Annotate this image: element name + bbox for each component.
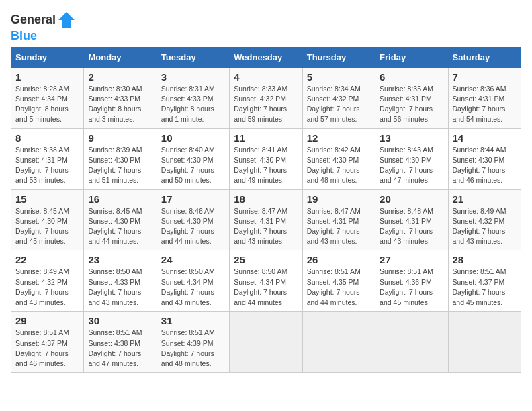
day-info: Sunrise: 8:51 AMSunset: 4:37 PMDaylight:…: [15, 328, 69, 367]
day-info: Sunrise: 8:45 AMSunset: 4:30 PMDaylight:…: [88, 207, 142, 246]
day-info: Sunrise: 8:42 AMSunset: 4:30 PMDaylight:…: [307, 146, 361, 185]
day-number: 11: [234, 132, 298, 144]
column-header-thursday: Thursday: [302, 47, 375, 67]
day-number: 15: [15, 193, 79, 205]
day-number: 22: [15, 254, 79, 265]
day-info: Sunrise: 8:51 AMSunset: 4:35 PMDaylight:…: [307, 267, 361, 306]
column-header-saturday: Saturday: [448, 47, 521, 67]
day-cell: 13Sunrise: 8:43 AMSunset: 4:30 PMDayligh…: [375, 128, 448, 189]
calendar-body: 1Sunrise: 8:28 AMSunset: 4:34 PMDaylight…: [11, 67, 521, 372]
logo-blue-text: Blue: [11, 30, 37, 43]
day-number: 7: [453, 71, 517, 83]
day-number: 2: [88, 71, 152, 83]
day-number: 30: [88, 315, 152, 326]
week-row-2: 8Sunrise: 8:38 AMSunset: 4:31 PMDaylight…: [11, 128, 521, 189]
day-info: Sunrise: 8:46 AMSunset: 4:30 PMDaylight:…: [161, 207, 215, 246]
day-cell: 30Sunrise: 8:51 AMSunset: 4:38 PMDayligh…: [84, 312, 157, 373]
day-cell: 31Sunrise: 8:51 AMSunset: 4:39 PMDayligh…: [157, 312, 229, 373]
page-header: General Blue: [11, 11, 521, 43]
day-number: 31: [161, 315, 225, 326]
day-cell: 24Sunrise: 8:50 AMSunset: 4:34 PMDayligh…: [157, 250, 229, 312]
day-number: 14: [453, 132, 517, 144]
day-cell: 6Sunrise: 8:35 AMSunset: 4:31 PMDaylight…: [375, 67, 448, 128]
day-cell: 10Sunrise: 8:40 AMSunset: 4:30 PMDayligh…: [157, 128, 229, 189]
day-cell: [302, 312, 375, 373]
day-number: 5: [307, 71, 371, 83]
day-info: Sunrise: 8:49 AMSunset: 4:32 PMDaylight:…: [453, 207, 506, 246]
day-info: Sunrise: 8:40 AMSunset: 4:30 PMDaylight:…: [161, 146, 215, 185]
day-info: Sunrise: 8:51 AMSunset: 4:38 PMDaylight:…: [88, 328, 142, 367]
day-info: Sunrise: 8:47 AMSunset: 4:31 PMDaylight:…: [307, 207, 361, 246]
day-cell: 21Sunrise: 8:49 AMSunset: 4:32 PMDayligh…: [448, 189, 521, 250]
day-cell: 22Sunrise: 8:49 AMSunset: 4:32 PMDayligh…: [11, 250, 84, 312]
day-info: Sunrise: 8:44 AMSunset: 4:30 PMDaylight:…: [453, 146, 506, 185]
day-number: 17: [161, 193, 225, 205]
day-number: 26: [307, 254, 371, 265]
day-cell: 17Sunrise: 8:46 AMSunset: 4:30 PMDayligh…: [157, 189, 229, 250]
day-cell: 29Sunrise: 8:51 AMSunset: 4:37 PMDayligh…: [11, 312, 84, 373]
day-number: 10: [161, 132, 225, 144]
day-info: Sunrise: 8:41 AMSunset: 4:30 PMDaylight:…: [234, 146, 287, 185]
day-number: 21: [453, 193, 517, 205]
day-info: Sunrise: 8:51 AMSunset: 4:37 PMDaylight:…: [453, 267, 506, 306]
week-row-4: 22Sunrise: 8:49 AMSunset: 4:32 PMDayligh…: [11, 250, 521, 312]
day-info: Sunrise: 8:51 AMSunset: 4:39 PMDaylight:…: [161, 328, 215, 367]
day-cell: 16Sunrise: 8:45 AMSunset: 4:30 PMDayligh…: [84, 189, 157, 250]
day-number: 4: [234, 71, 298, 83]
day-number: 8: [15, 132, 79, 144]
day-cell: 20Sunrise: 8:48 AMSunset: 4:31 PMDayligh…: [375, 189, 448, 250]
day-number: 24: [161, 254, 225, 265]
day-info: Sunrise: 8:45 AMSunset: 4:30 PMDaylight:…: [15, 207, 69, 246]
day-number: 12: [307, 132, 371, 144]
day-number: 19: [307, 193, 371, 205]
day-info: Sunrise: 8:28 AMSunset: 4:34 PMDaylight:…: [15, 85, 69, 124]
day-info: Sunrise: 8:36 AMSunset: 4:31 PMDaylight:…: [453, 85, 506, 124]
day-number: 25: [234, 254, 298, 265]
week-row-3: 15Sunrise: 8:45 AMSunset: 4:30 PMDayligh…: [11, 189, 521, 250]
day-info: Sunrise: 8:34 AMSunset: 4:32 PMDaylight:…: [307, 85, 361, 124]
day-number: 6: [380, 71, 443, 83]
day-cell: 27Sunrise: 8:51 AMSunset: 4:36 PMDayligh…: [375, 250, 448, 312]
day-info: Sunrise: 8:50 AMSunset: 4:34 PMDaylight:…: [161, 267, 215, 306]
day-number: 29: [15, 315, 79, 326]
svg-marker-0: [58, 12, 75, 28]
column-header-friday: Friday: [375, 47, 448, 67]
day-info: Sunrise: 8:50 AMSunset: 4:34 PMDaylight:…: [234, 267, 287, 306]
logo-text: General: [11, 13, 56, 27]
day-number: 28: [453, 254, 517, 265]
day-cell: 1Sunrise: 8:28 AMSunset: 4:34 PMDaylight…: [11, 67, 84, 128]
day-cell: 23Sunrise: 8:50 AMSunset: 4:33 PMDayligh…: [84, 250, 157, 312]
day-number: 18: [234, 193, 298, 205]
day-info: Sunrise: 8:39 AMSunset: 4:30 PMDaylight:…: [88, 146, 142, 185]
week-row-1: 1Sunrise: 8:28 AMSunset: 4:34 PMDaylight…: [11, 67, 521, 128]
day-info: Sunrise: 8:49 AMSunset: 4:32 PMDaylight:…: [15, 267, 69, 306]
day-cell: 19Sunrise: 8:47 AMSunset: 4:31 PMDayligh…: [302, 189, 375, 250]
day-cell: 12Sunrise: 8:42 AMSunset: 4:30 PMDayligh…: [302, 128, 375, 189]
day-cell: 3Sunrise: 8:31 AMSunset: 4:33 PMDaylight…: [157, 67, 229, 128]
day-number: 20: [380, 193, 443, 205]
day-cell: 2Sunrise: 8:30 AMSunset: 4:33 PMDaylight…: [84, 67, 157, 128]
day-info: Sunrise: 8:31 AMSunset: 4:33 PMDaylight:…: [161, 85, 215, 124]
day-cell: 5Sunrise: 8:34 AMSunset: 4:32 PMDaylight…: [302, 67, 375, 128]
day-cell: 18Sunrise: 8:47 AMSunset: 4:31 PMDayligh…: [230, 189, 302, 250]
day-cell: 9Sunrise: 8:39 AMSunset: 4:30 PMDaylight…: [84, 128, 157, 189]
day-cell: 15Sunrise: 8:45 AMSunset: 4:30 PMDayligh…: [11, 189, 84, 250]
day-cell: [448, 312, 521, 373]
day-cell: 28Sunrise: 8:51 AMSunset: 4:37 PMDayligh…: [448, 250, 521, 312]
day-number: 3: [161, 71, 225, 83]
column-header-sunday: Sunday: [11, 47, 84, 67]
day-number: 16: [88, 193, 152, 205]
day-number: 27: [380, 254, 443, 265]
day-info: Sunrise: 8:38 AMSunset: 4:31 PMDaylight:…: [15, 146, 69, 185]
calendar-table: SundayMondayTuesdayWednesdayThursdayFrid…: [11, 47, 521, 373]
column-header-monday: Monday: [84, 47, 157, 67]
day-info: Sunrise: 8:47 AMSunset: 4:31 PMDaylight:…: [234, 207, 287, 246]
day-number: 13: [380, 132, 443, 144]
day-cell: [230, 312, 302, 373]
day-number: 1: [15, 71, 79, 83]
day-info: Sunrise: 8:30 AMSunset: 4:33 PMDaylight:…: [88, 85, 142, 124]
calendar-header: SundayMondayTuesdayWednesdayThursdayFrid…: [11, 47, 521, 67]
logo-icon: [57, 11, 76, 30]
day-cell: [375, 312, 448, 373]
day-cell: 25Sunrise: 8:50 AMSunset: 4:34 PMDayligh…: [230, 250, 302, 312]
